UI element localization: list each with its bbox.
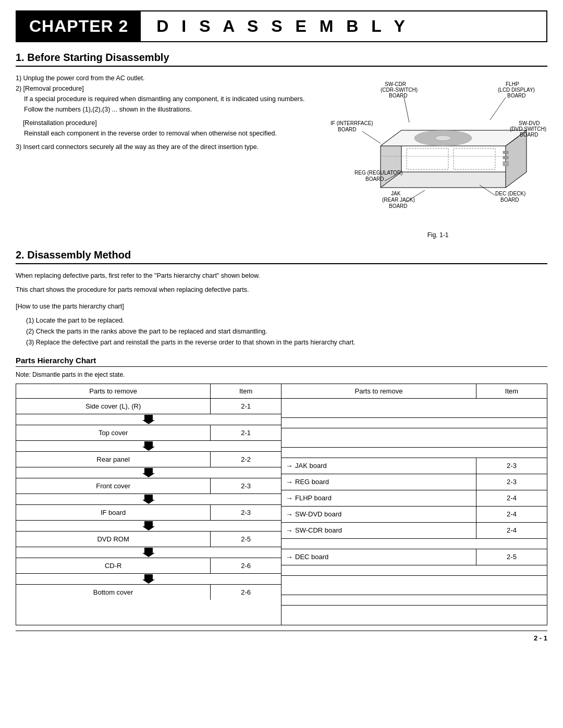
jak-board-item: 2-3 [476, 458, 547, 473]
dvd-rom-label: DVD ROM [16, 532, 211, 547]
row-top-cover: Top cover 2-1 [16, 425, 281, 441]
diagram-container: SW-CDR (CDR-SWITCH) BOARD FLHP (LCD DISP… [328, 73, 547, 229]
sw-dvd-label: SW-DVD [519, 120, 540, 126]
side-cover-item: 2-1 [211, 399, 281, 414]
instruction-2: 2) [Removal procedure] [16, 83, 318, 94]
svg-line-17 [406, 190, 425, 202]
sw-dvd-board-label: → SW-DVD board [282, 507, 476, 522]
arrow-5 [16, 521, 281, 532]
front-cover-item: 2-3 [211, 478, 281, 493]
fig-caption: Fig. 1-1 [328, 231, 547, 239]
board2-label: BOARD [507, 93, 526, 98]
flhp-board-label: → FLHP board [282, 490, 476, 506]
section2-intro1: When replacing defective parts, first re… [16, 270, 547, 281]
svg-line-14 [362, 131, 381, 143]
down-arrow-2 [142, 441, 155, 451]
flhp-label: FLHP [506, 81, 519, 87]
left-column: Parts to remove Item Side cover (L), (R)… [16, 384, 282, 625]
svg-marker-25 [142, 574, 155, 584]
right-arrow-sw-dvd: → [286, 510, 293, 519]
flhp-board-item: 2-4 [476, 490, 547, 505]
svg-rect-10 [503, 156, 508, 159]
jak-board-text: JAK board [295, 462, 327, 470]
section2: 2. Disassembly Method When replacing def… [16, 249, 547, 625]
row-dvd-rom: DVD ROM 2-5 [16, 532, 281, 547]
svg-rect-11 [503, 162, 508, 166]
svg-line-12 [404, 97, 409, 122]
svg-marker-19 [142, 415, 155, 424]
top-cover-item: 2-1 [211, 425, 281, 440]
jak-label: JAK [391, 191, 401, 196]
chapter-label: CHAPTER 2 [17, 11, 141, 41]
section1: 1. Before Starting Disassembly 1) Unplug… [16, 52, 547, 239]
svg-marker-22 [142, 495, 155, 504]
right-arrow-sw-cdr: → [286, 526, 293, 535]
side-cover-label: Side cover (L), (R) [16, 399, 211, 414]
bottom-cover-label: Bottom cover [16, 585, 211, 600]
rear-panel-label: Rear panel [16, 452, 211, 467]
top-cover-label: Top cover [16, 425, 211, 440]
down-arrow-6 [142, 548, 155, 557]
bottom-cover-item: 2-6 [211, 585, 281, 600]
svg-rect-8 [454, 149, 495, 169]
subsection-title: Parts Hierarchy Chart [16, 356, 547, 367]
row-rear-panel: Rear panel 2-2 [16, 452, 281, 467]
arrow-3 [16, 467, 281, 478]
sw-cdr-board-item: 2-4 [476, 523, 547, 538]
row-front-cover: Front cover 2-3 [16, 478, 281, 494]
row-reg-board: → REG board 2-3 [282, 474, 547, 490]
right-empty-3 [282, 576, 547, 595]
right-arrow-reg: → [286, 478, 293, 486]
board1-label: BOARD [389, 93, 408, 98]
if-board-item: 2-3 [211, 505, 281, 520]
chapter-header: CHAPTER 2 D I S A S S E M B L Y [16, 10, 547, 42]
right-header-item: Item [476, 384, 547, 398]
down-arrow-3 [142, 468, 155, 477]
row-if-board: IF board 2-3 [16, 505, 281, 521]
if-board-label: IF board [16, 505, 211, 520]
page-number: 2 - 1 [16, 631, 547, 642]
how-to-step2: (2) Check the parts in the ranks above t… [26, 326, 547, 337]
down-arrow-5 [142, 521, 155, 530]
rear-panel-item: 2-2 [211, 452, 281, 467]
right-empty-arrow-2 [282, 448, 547, 458]
right-header-parts: Parts to remove [282, 384, 476, 398]
row-sw-cdr-board: → SW-CDR board 2-4 [282, 523, 547, 539]
sw-cdr-board-label: → SW-CDR board [282, 523, 476, 538]
reinstallation-label: [Reinstallation procedure] [16, 118, 318, 128]
chart-columns: Parts to remove Item Side cover (L), (R)… [16, 384, 547, 625]
board6-label: BOARD [389, 203, 408, 209]
down-arrow-4 [142, 495, 155, 504]
right-empty-arrow-3 [282, 539, 547, 549]
down-arrow-7 [142, 574, 155, 584]
right-empty-4 [282, 606, 547, 625]
sw-cdr-label: SW-CDR [385, 81, 406, 87]
right-empty-arrow-4 [282, 565, 547, 576]
parts-hierarchy-chart: Parts to remove Item Side cover (L), (R)… [16, 384, 547, 625]
arrow-4 [16, 494, 281, 505]
right-arrow-dec: → [286, 553, 293, 561]
dec-board-text: DEC board [295, 553, 328, 561]
svg-rect-7 [407, 149, 448, 169]
sw-dvd-board-text: SW-DVD board [295, 510, 341, 518]
row-flhp-board: → FLHP board 2-4 [282, 490, 547, 507]
right-arrow-jak: → [286, 462, 293, 470]
row-sw-dvd-board: → SW-DVD board 2-4 [282, 507, 547, 523]
svg-rect-9 [503, 151, 508, 154]
cdr-switch-label: (CDR-SWITCH) [381, 87, 418, 93]
section2-intro2: This chart shows the procedure for parts… [16, 285, 547, 295]
svg-marker-24 [142, 548, 155, 557]
board4-label: BOARD [520, 132, 538, 138]
section1-title: 1. Before Starting Disassembly [16, 52, 547, 67]
right-empty-arrow-5 [282, 595, 547, 606]
jak-board-label: → JAK board [282, 458, 476, 474]
row-cd-r: CD-R 2-6 [16, 558, 281, 574]
right-arrow-flhp: → [286, 494, 293, 502]
if-label: IF (INTERRFACE) [331, 120, 373, 126]
left-header-item: Item [211, 384, 281, 398]
row-bottom-cover: Bottom cover 2-6 [16, 585, 281, 600]
board3-label: BOARD [338, 127, 357, 132]
chart-note: Note: Dismantle parts in the eject state… [16, 371, 547, 378]
instruction-2a: If a special procedure is required when … [24, 94, 318, 115]
arrow-1 [16, 414, 281, 425]
